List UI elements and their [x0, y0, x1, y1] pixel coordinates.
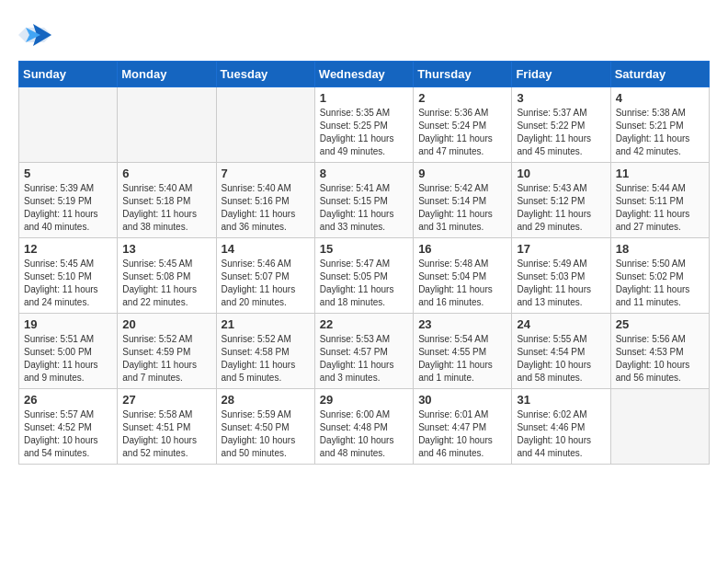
calendar-cell: 17Sunrise: 5:49 AM Sunset: 5:03 PM Dayli…	[512, 238, 610, 314]
calendar-cell: 28Sunrise: 5:59 AM Sunset: 4:50 PM Dayli…	[216, 389, 314, 465]
calendar-cell: 26Sunrise: 5:57 AM Sunset: 4:52 PM Dayli…	[19, 389, 118, 465]
day-info: Sunrise: 6:02 AM Sunset: 4:46 PM Dayligh…	[517, 408, 605, 460]
day-info: Sunrise: 5:51 AM Sunset: 5:00 PM Dayligh…	[24, 333, 112, 385]
day-number: 28	[222, 393, 310, 407]
calendar-week-row: 12Sunrise: 5:45 AM Sunset: 5:10 PM Dayli…	[19, 238, 710, 314]
day-info: Sunrise: 5:36 AM Sunset: 5:24 PM Dayligh…	[418, 107, 506, 158]
day-info: Sunrise: 5:40 AM Sunset: 5:16 PM Dayligh…	[222, 182, 310, 234]
calendar-cell: 20Sunrise: 5:52 AM Sunset: 4:59 PM Dayli…	[118, 314, 216, 389]
calendar-cell: 23Sunrise: 5:54 AM Sunset: 4:55 PM Dayli…	[414, 314, 512, 389]
day-info: Sunrise: 6:00 AM Sunset: 4:48 PM Dayligh…	[320, 408, 408, 460]
calendar-cell: 21Sunrise: 5:52 AM Sunset: 4:58 PM Dayli…	[216, 314, 314, 389]
calendar-cell: 9Sunrise: 5:42 AM Sunset: 5:14 PM Daylig…	[414, 163, 512, 238]
weekday-row: SundayMondayTuesdayWednesdayThursdayFrid…	[19, 62, 710, 87]
calendar-cell	[216, 87, 314, 163]
weekday-header: Monday	[118, 62, 216, 87]
calendar-cell: 18Sunrise: 5:50 AM Sunset: 5:02 PM Dayli…	[610, 238, 709, 314]
calendar-cell: 5Sunrise: 5:39 AM Sunset: 5:19 PM Daylig…	[19, 163, 118, 238]
day-number: 9	[418, 167, 506, 180]
day-info: Sunrise: 5:48 AM Sunset: 5:04 PM Dayligh…	[418, 258, 506, 309]
calendar-cell: 10Sunrise: 5:43 AM Sunset: 5:12 PM Dayli…	[512, 163, 610, 238]
day-info: Sunrise: 5:39 AM Sunset: 5:19 PM Dayligh…	[24, 182, 112, 234]
day-info: Sunrise: 5:53 AM Sunset: 4:57 PM Dayligh…	[320, 333, 408, 385]
logo	[18, 18, 55, 52]
day-info: Sunrise: 5:47 AM Sunset: 5:05 PM Dayligh…	[320, 258, 408, 309]
day-info: Sunrise: 5:43 AM Sunset: 5:12 PM Dayligh…	[517, 182, 605, 234]
calendar-header: SundayMondayTuesdayWednesdayThursdayFrid…	[19, 62, 710, 87]
weekday-header: Wednesday	[314, 62, 413, 87]
calendar-cell: 24Sunrise: 5:55 AM Sunset: 4:54 PM Dayli…	[512, 314, 610, 389]
weekday-header: Friday	[512, 62, 610, 87]
day-info: Sunrise: 5:45 AM Sunset: 5:10 PM Dayligh…	[24, 258, 112, 309]
day-info: Sunrise: 6:01 AM Sunset: 4:47 PM Dayligh…	[418, 408, 506, 460]
day-number: 8	[320, 167, 408, 180]
day-info: Sunrise: 5:42 AM Sunset: 5:14 PM Dayligh…	[418, 182, 506, 234]
day-number: 2	[418, 91, 506, 105]
day-number: 19	[24, 317, 112, 331]
day-number: 30	[418, 393, 506, 407]
day-number: 4	[616, 91, 704, 105]
calendar-cell: 29Sunrise: 6:00 AM Sunset: 4:48 PM Dayli…	[314, 389, 413, 465]
day-number: 27	[122, 393, 210, 407]
calendar-cell: 3Sunrise: 5:37 AM Sunset: 5:22 PM Daylig…	[512, 87, 610, 163]
calendar-cell: 7Sunrise: 5:40 AM Sunset: 5:16 PM Daylig…	[216, 163, 314, 238]
day-info: Sunrise: 5:59 AM Sunset: 4:50 PM Dayligh…	[222, 408, 310, 460]
calendar-week-row: 1Sunrise: 5:35 AM Sunset: 5:25 PM Daylig…	[19, 87, 710, 163]
calendar-cell: 14Sunrise: 5:46 AM Sunset: 5:07 PM Dayli…	[216, 238, 314, 314]
weekday-header: Sunday	[19, 62, 118, 87]
day-info: Sunrise: 5:57 AM Sunset: 4:52 PM Dayligh…	[24, 408, 112, 460]
day-number: 13	[122, 242, 210, 256]
day-info: Sunrise: 5:56 AM Sunset: 4:53 PM Dayligh…	[616, 333, 704, 385]
day-info: Sunrise: 5:49 AM Sunset: 5:03 PM Dayligh…	[517, 258, 605, 309]
day-info: Sunrise: 5:37 AM Sunset: 5:22 PM Dayligh…	[517, 107, 605, 158]
day-info: Sunrise: 5:41 AM Sunset: 5:15 PM Dayligh…	[320, 182, 408, 234]
day-info: Sunrise: 5:54 AM Sunset: 4:55 PM Dayligh…	[418, 333, 506, 385]
calendar-week-row: 19Sunrise: 5:51 AM Sunset: 5:00 PM Dayli…	[19, 314, 710, 389]
day-number: 12	[24, 242, 112, 256]
day-number: 15	[320, 242, 408, 256]
day-number: 22	[320, 317, 408, 331]
calendar-week-row: 26Sunrise: 5:57 AM Sunset: 4:52 PM Dayli…	[19, 389, 710, 465]
day-number: 1	[320, 91, 408, 105]
day-info: Sunrise: 5:38 AM Sunset: 5:21 PM Dayligh…	[616, 107, 704, 158]
calendar-table: SundayMondayTuesdayWednesdayThursdayFrid…	[18, 61, 710, 465]
calendar-cell: 6Sunrise: 5:40 AM Sunset: 5:18 PM Daylig…	[118, 163, 216, 238]
calendar-cell	[19, 87, 118, 163]
calendar-cell: 1Sunrise: 5:35 AM Sunset: 5:25 PM Daylig…	[314, 87, 413, 163]
day-info: Sunrise: 5:50 AM Sunset: 5:02 PM Dayligh…	[616, 258, 704, 309]
day-info: Sunrise: 5:58 AM Sunset: 4:51 PM Dayligh…	[122, 408, 210, 460]
calendar-cell	[118, 87, 216, 163]
day-info: Sunrise: 5:40 AM Sunset: 5:18 PM Dayligh…	[122, 182, 210, 234]
calendar-cell: 11Sunrise: 5:44 AM Sunset: 5:11 PM Dayli…	[610, 163, 709, 238]
day-info: Sunrise: 5:46 AM Sunset: 5:07 PM Dayligh…	[222, 258, 310, 309]
weekday-header: Saturday	[610, 62, 709, 87]
day-number: 29	[320, 393, 408, 407]
calendar-cell: 25Sunrise: 5:56 AM Sunset: 4:53 PM Dayli…	[610, 314, 709, 389]
day-number: 3	[517, 91, 605, 105]
calendar-cell: 2Sunrise: 5:36 AM Sunset: 5:24 PM Daylig…	[414, 87, 512, 163]
day-number: 7	[222, 167, 310, 180]
calendar-cell: 19Sunrise: 5:51 AM Sunset: 5:00 PM Dayli…	[19, 314, 118, 389]
calendar-cell: 12Sunrise: 5:45 AM Sunset: 5:10 PM Dayli…	[19, 238, 118, 314]
calendar-week-row: 5Sunrise: 5:39 AM Sunset: 5:19 PM Daylig…	[19, 163, 710, 238]
calendar-cell: 30Sunrise: 6:01 AM Sunset: 4:47 PM Dayli…	[414, 389, 512, 465]
weekday-header: Tuesday	[216, 62, 314, 87]
day-info: Sunrise: 5:52 AM Sunset: 4:58 PM Dayligh…	[222, 333, 310, 385]
day-info: Sunrise: 5:52 AM Sunset: 4:59 PM Dayligh…	[122, 333, 210, 385]
calendar-cell: 15Sunrise: 5:47 AM Sunset: 5:05 PM Dayli…	[314, 238, 413, 314]
day-number: 17	[517, 242, 605, 256]
day-number: 16	[418, 242, 506, 256]
day-number: 6	[122, 167, 210, 180]
day-number: 25	[616, 317, 704, 331]
logo-icon	[18, 18, 51, 52]
day-number: 23	[418, 317, 506, 331]
day-number: 24	[517, 317, 605, 331]
day-number: 11	[616, 167, 704, 180]
page-header	[18, 18, 710, 52]
calendar-body: 1Sunrise: 5:35 AM Sunset: 5:25 PM Daylig…	[19, 87, 710, 465]
weekday-header: Thursday	[414, 62, 512, 87]
day-number: 10	[517, 167, 605, 180]
day-number: 18	[616, 242, 704, 256]
calendar-cell: 31Sunrise: 6:02 AM Sunset: 4:46 PM Dayli…	[512, 389, 610, 465]
calendar-cell: 13Sunrise: 5:45 AM Sunset: 5:08 PM Dayli…	[118, 238, 216, 314]
